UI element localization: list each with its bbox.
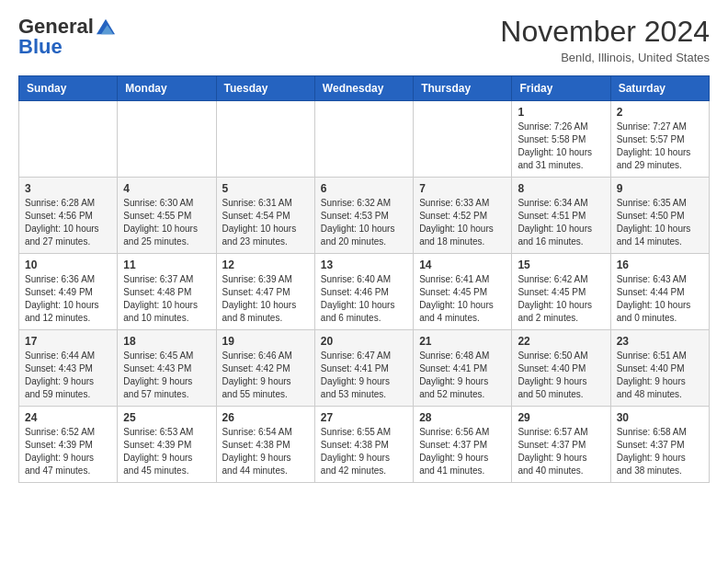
day-info: Sunrise: 6:52 AMSunset: 4:39 PMDaylight:… [25,426,111,477]
logo-icon [97,17,115,36]
day-number: 8 [518,182,604,195]
header-right: November 2024 Benld, Illinois, United St… [500,15,710,64]
table-row: 22Sunrise: 6:50 AMSunset: 4:40 PMDayligh… [512,330,610,407]
day-number: 4 [123,182,210,195]
day-info: Sunrise: 6:34 AMSunset: 4:51 PMDaylight:… [518,197,604,248]
col-tuesday: Tuesday [216,76,314,101]
table-row: 11Sunrise: 6:37 AMSunset: 4:48 PMDayligh… [118,254,216,330]
table-row: 8Sunrise: 6:34 AMSunset: 4:51 PMDaylight… [512,178,610,254]
table-row: 7Sunrise: 6:33 AMSunset: 4:52 PMDaylight… [414,178,512,254]
day-number: 23 [617,335,703,348]
day-info: Sunrise: 6:28 AMSunset: 4:56 PMDaylight:… [25,197,111,248]
day-info: Sunrise: 6:58 AMSunset: 4:37 PMDaylight:… [617,426,703,477]
table-row: 28Sunrise: 6:56 AMSunset: 4:37 PMDayligh… [414,407,512,483]
table-row: 27Sunrise: 6:55 AMSunset: 4:38 PMDayligh… [314,407,413,483]
day-number: 25 [123,411,210,424]
table-row [118,101,216,178]
calendar-week-2: 3Sunrise: 6:28 AMSunset: 4:56 PMDaylight… [19,178,710,254]
table-row: 13Sunrise: 6:40 AMSunset: 4:46 PMDayligh… [314,254,413,330]
day-info: Sunrise: 6:31 AMSunset: 4:54 PMDaylight:… [222,197,309,248]
calendar-week-3: 10Sunrise: 6:36 AMSunset: 4:49 PMDayligh… [19,254,710,330]
table-row [414,101,512,178]
day-number: 9 [617,182,703,195]
calendar-week-5: 24Sunrise: 6:52 AMSunset: 4:39 PMDayligh… [19,407,710,483]
table-row [314,101,413,178]
table-row: 23Sunrise: 6:51 AMSunset: 4:40 PMDayligh… [610,330,709,407]
table-row: 1Sunrise: 7:26 AMSunset: 5:58 PMDaylight… [512,101,610,178]
day-info: Sunrise: 6:37 AMSunset: 4:48 PMDaylight:… [123,273,210,325]
table-row: 20Sunrise: 6:47 AMSunset: 4:41 PMDayligh… [314,330,413,407]
day-number: 24 [25,411,111,424]
day-number: 12 [222,259,309,271]
day-info: Sunrise: 6:41 AMSunset: 4:45 PMDaylight:… [419,273,506,325]
table-row: 16Sunrise: 6:43 AMSunset: 4:44 PMDayligh… [610,254,709,330]
calendar: Sunday Monday Tuesday Wednesday Thursday… [18,75,710,483]
day-number: 20 [321,335,407,348]
table-row: 26Sunrise: 6:54 AMSunset: 4:38 PMDayligh… [216,407,314,483]
col-monday: Monday [118,76,216,101]
logo: General Blue [18,15,115,59]
day-info: Sunrise: 6:50 AMSunset: 4:40 PMDaylight:… [518,350,604,401]
day-info: Sunrise: 6:43 AMSunset: 4:44 PMDaylight:… [617,273,703,325]
month-title: November 2024 [500,15,710,49]
logo-blue-text: Blue [18,35,63,59]
col-friday: Friday [512,76,610,101]
table-row: 25Sunrise: 6:53 AMSunset: 4:39 PMDayligh… [118,407,216,483]
header: General Blue November 2024 Benld, Illino… [18,15,710,64]
day-number: 5 [222,182,309,195]
day-info: Sunrise: 6:45 AMSunset: 4:43 PMDaylight:… [123,350,210,401]
day-number: 14 [419,259,506,271]
table-row: 18Sunrise: 6:45 AMSunset: 4:43 PMDayligh… [118,330,216,407]
page: General Blue November 2024 Benld, Illino… [0,0,728,498]
day-info: Sunrise: 6:54 AMSunset: 4:38 PMDaylight:… [222,426,309,477]
day-number: 29 [518,411,604,424]
day-info: Sunrise: 6:39 AMSunset: 4:47 PMDaylight:… [222,273,309,325]
day-number: 28 [419,411,506,424]
day-number: 18 [123,335,210,348]
table-row: 21Sunrise: 6:48 AMSunset: 4:41 PMDayligh… [414,330,512,407]
day-number: 6 [321,182,407,195]
day-number: 11 [123,259,210,271]
table-row: 30Sunrise: 6:58 AMSunset: 4:37 PMDayligh… [610,407,709,483]
day-number: 1 [518,106,604,119]
day-info: Sunrise: 6:33 AMSunset: 4:52 PMDaylight:… [419,197,506,248]
col-sunday: Sunday [19,76,118,101]
table-row: 6Sunrise: 6:32 AMSunset: 4:53 PMDaylight… [314,178,413,254]
col-thursday: Thursday [414,76,512,101]
calendar-week-4: 17Sunrise: 6:44 AMSunset: 4:43 PMDayligh… [19,330,710,407]
table-row: 3Sunrise: 6:28 AMSunset: 4:56 PMDaylight… [19,178,118,254]
day-number: 7 [419,182,506,195]
table-row: 12Sunrise: 6:39 AMSunset: 4:47 PMDayligh… [216,254,314,330]
day-info: Sunrise: 6:56 AMSunset: 4:37 PMDaylight:… [419,426,506,477]
day-number: 22 [518,335,604,348]
table-row: 14Sunrise: 6:41 AMSunset: 4:45 PMDayligh… [414,254,512,330]
day-number: 16 [617,259,703,271]
table-row: 19Sunrise: 6:46 AMSunset: 4:42 PMDayligh… [216,330,314,407]
day-number: 15 [518,259,604,271]
day-number: 17 [25,335,111,348]
day-number: 2 [617,106,703,119]
day-number: 30 [617,411,703,424]
day-info: Sunrise: 6:35 AMSunset: 4:50 PMDaylight:… [617,197,703,248]
day-number: 13 [321,259,407,271]
day-info: Sunrise: 6:48 AMSunset: 4:41 PMDaylight:… [419,350,506,401]
day-number: 19 [222,335,309,348]
day-info: Sunrise: 6:46 AMSunset: 4:42 PMDaylight:… [222,350,309,401]
table-row [216,101,314,178]
day-number: 10 [25,259,111,271]
table-row: 9Sunrise: 6:35 AMSunset: 4:50 PMDaylight… [610,178,709,254]
day-info: Sunrise: 7:26 AMSunset: 5:58 PMDaylight:… [518,121,604,172]
table-row: 5Sunrise: 6:31 AMSunset: 4:54 PMDaylight… [216,178,314,254]
table-row: 4Sunrise: 6:30 AMSunset: 4:55 PMDaylight… [118,178,216,254]
table-row: 24Sunrise: 6:52 AMSunset: 4:39 PMDayligh… [19,407,118,483]
day-info: Sunrise: 6:47 AMSunset: 4:41 PMDaylight:… [321,350,407,401]
day-info: Sunrise: 6:40 AMSunset: 4:46 PMDaylight:… [321,273,407,325]
day-number: 21 [419,335,506,348]
day-number: 27 [321,411,407,424]
table-row: 17Sunrise: 6:44 AMSunset: 4:43 PMDayligh… [19,330,118,407]
day-info: Sunrise: 6:32 AMSunset: 4:53 PMDaylight:… [321,197,407,248]
day-info: Sunrise: 6:51 AMSunset: 4:40 PMDaylight:… [617,350,703,401]
col-saturday: Saturday [610,76,709,101]
day-info: Sunrise: 6:53 AMSunset: 4:39 PMDaylight:… [123,426,210,477]
table-row: 2Sunrise: 7:27 AMSunset: 5:57 PMDaylight… [610,101,709,178]
